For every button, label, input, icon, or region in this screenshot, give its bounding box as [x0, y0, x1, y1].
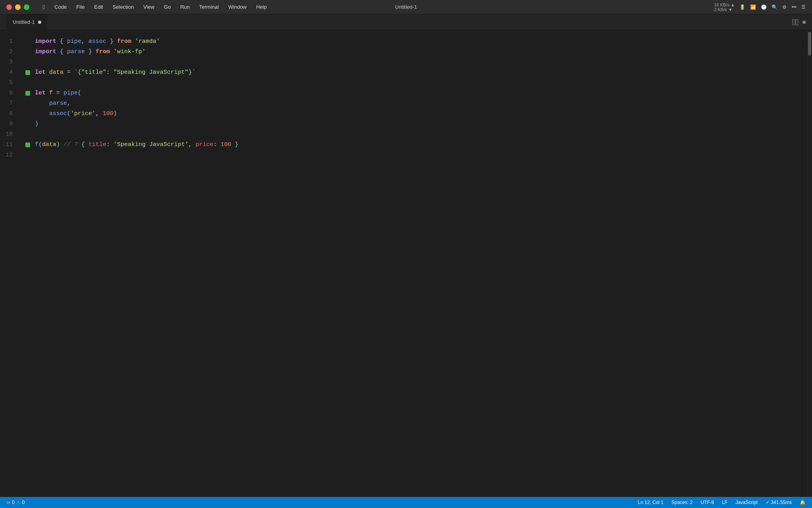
line-number-1: 1: [0, 37, 17, 47]
token: ,: [81, 37, 88, 47]
line-number-12: 12: [0, 150, 17, 160]
token: assoc: [88, 37, 106, 47]
view-menu[interactable]: View: [139, 3, 158, 11]
selection-menu[interactable]: Selection: [109, 3, 138, 11]
line-number-4: 4: [0, 67, 17, 78]
line-numbers: 123456789101112: [0, 30, 24, 497]
tab-title: Untitled-1: [13, 19, 35, 25]
encoding[interactable]: UTF-8: [701, 500, 714, 505]
token: `{"title": "Speaking JavaScript"}`: [74, 67, 195, 78]
token: assoc: [49, 109, 67, 119]
line-ending[interactable]: LF: [722, 500, 728, 505]
line-number-5: 5: [0, 78, 17, 88]
scrollbar-thumb[interactable]: [808, 32, 811, 56]
token: data: [49, 67, 63, 78]
title-bar:  Code File Edit Selection View Go Run T…: [0, 0, 812, 14]
help-menu[interactable]: Help: [252, 3, 271, 11]
status-bar: ⊗ 0 ⚠ 0 Ln 12, Col 1 Spaces: 2 UTF-8 LF …: [0, 497, 812, 508]
code-line-5: [32, 78, 807, 88]
token: [85, 47, 88, 57]
apple-menu[interactable]: : [39, 3, 49, 11]
close-button[interactable]: [6, 4, 12, 10]
notification-bell-icon[interactable]: 🔔: [800, 500, 806, 505]
code-line-2: import { parse } from 'wink-fp': [32, 47, 807, 57]
token: from: [96, 47, 110, 57]
tab-bar: Untitled-1: [0, 14, 812, 30]
indentation[interactable]: Spaces: 2: [672, 500, 693, 505]
editor-tab[interactable]: Untitled-1: [6, 14, 48, 30]
svg-rect-1: [796, 19, 798, 25]
gutter-item-1: [24, 37, 32, 47]
status-bar-left: ⊗ 0 ⚠ 0: [6, 500, 25, 505]
token: [231, 140, 235, 150]
breakpoint-dot-4[interactable]: [25, 70, 30, 75]
window-title: Untitled-1: [273, 4, 539, 10]
token: (: [67, 109, 71, 119]
code-area[interactable]: import { pipe, assoc } from 'ramda'impor…: [32, 30, 807, 497]
gutter-item-4: [24, 67, 32, 78]
language-mode[interactable]: JavaScript: [735, 500, 758, 505]
token: 'Speaking JavaScript': [113, 140, 188, 150]
line-number-3: 3: [0, 57, 17, 67]
title-bar-right: 16 KB/s ▲2 KB/s ▼ 🔋 📶 🕐 🔍 ⚙ ••• ☰: [539, 2, 806, 12]
token: [110, 47, 113, 57]
code-line-10: [32, 129, 807, 140]
maximize-button[interactable]: [24, 4, 29, 10]
token: :: [213, 140, 220, 150]
title-bar-left:  Code File Edit Selection View Go Run T…: [6, 3, 273, 11]
gutter-item-11: [24, 140, 32, 150]
spotlight-icon: 🔍: [772, 4, 778, 10]
code-menu[interactable]: Code: [50, 3, 71, 11]
token: [46, 67, 49, 78]
window-menu[interactable]: Window: [224, 3, 251, 11]
line-number-7: 7: [0, 98, 17, 109]
run-menu[interactable]: Run: [176, 3, 194, 11]
status-bar-right: Ln 12, Col 1 Spaces: 2 UTF-8 LF JavaScri…: [638, 500, 806, 505]
split-editor-buttons: [792, 14, 806, 30]
token: from: [117, 37, 131, 47]
token: [85, 140, 88, 150]
token: [113, 37, 117, 47]
go-menu[interactable]: Go: [160, 3, 174, 11]
svg-rect-0: [793, 19, 795, 25]
minimize-button[interactable]: [15, 4, 21, 10]
token: parse: [49, 98, 67, 109]
line-number-6: 6: [0, 88, 17, 98]
token: ): [56, 140, 60, 150]
token: [106, 37, 110, 47]
token: (: [38, 140, 42, 150]
file-menu[interactable]: File: [73, 3, 89, 11]
gutter-item-12: [24, 150, 32, 160]
gutter-item-9: [24, 119, 32, 129]
breakpoint-dot-11[interactable]: [25, 142, 30, 147]
cursor-position[interactable]: Ln 12, Col 1: [638, 500, 664, 505]
terminal-menu[interactable]: Terminal: [195, 3, 223, 11]
token: =: [53, 88, 63, 98]
error-count[interactable]: ⊗ 0 ⚠ 0: [6, 500, 25, 505]
token: import: [35, 37, 56, 47]
token: (: [78, 88, 81, 98]
system-status-icons: 16 KB/s ▲2 KB/s ▼ 🔋 📶 🕐 🔍 ⚙ ••• ☰: [714, 2, 806, 12]
edit-menu[interactable]: Edit: [90, 3, 107, 11]
token: f: [35, 140, 38, 150]
token: price: [195, 140, 213, 150]
token: }: [235, 140, 238, 150]
line-number-8: 8: [0, 109, 17, 119]
warning-icon: ⚠: [16, 500, 21, 505]
time-icon: 🕐: [761, 4, 767, 10]
token: data: [42, 140, 56, 150]
breakpoint-dot-6[interactable]: [25, 91, 30, 96]
line-number-11: 11: [0, 140, 17, 150]
scrollbar[interactable]: [807, 30, 812, 497]
token: 100: [220, 140, 231, 150]
gutter-item-7: [24, 98, 32, 109]
split-view-icon[interactable]: [792, 19, 799, 25]
list-icon: ☰: [801, 4, 806, 10]
token: [56, 37, 60, 47]
token: {: [60, 37, 63, 47]
token: {: [81, 140, 85, 150]
token: import: [35, 47, 56, 57]
code-line-6: let f = pipe(: [32, 88, 807, 98]
more-icon: •••: [791, 4, 797, 10]
wifi-icon: 📶: [750, 4, 756, 10]
